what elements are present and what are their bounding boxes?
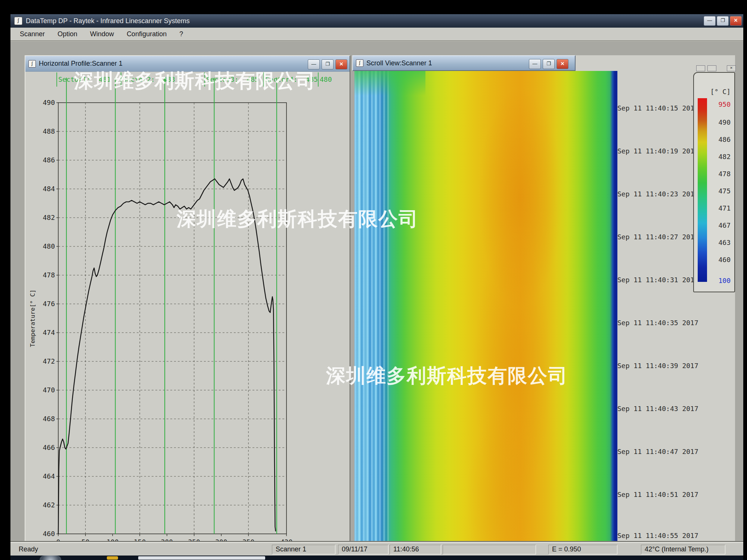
status-empty-segment <box>443 545 536 554</box>
scan-line-timestamp: Sep 11 11:40:47 2017 <box>617 448 698 455</box>
taskbar <box>10 556 743 560</box>
horizontal-profile-window: ∫ Horizontal Profile:Scanner 1 — ❐ ✕ Sec… <box>25 55 350 556</box>
svg-text:470: 470 <box>43 386 55 394</box>
restore-button[interactable]: ❐ <box>322 59 334 69</box>
main-window-controls: — ❐ ✕ <box>704 16 742 26</box>
menu-bar: ScannerOptionWindowConfiguration? <box>10 28 743 41</box>
menu-item-option[interactable]: Option <box>51 28 84 40</box>
legend-window-controls: ✕ <box>696 65 736 71</box>
scan-line-timestamp: Sep 11 11:40:51 2017 <box>617 491 698 498</box>
scan-line-timestamp: Sep 11 11:40:35 2017 <box>617 319 698 327</box>
temperature-legend: [° C] 950 490486482478475471467463460 10… <box>693 72 735 292</box>
profile-titlebar[interactable]: ∫ Horizontal Profile:Scanner 1 <box>25 56 350 72</box>
profile-chart: 4604624644664684704724744764784804824844… <box>28 77 348 555</box>
menu-item-scanner[interactable]: Scanner <box>13 28 51 40</box>
profile-window-icon: ∫ <box>28 60 36 68</box>
scan-line-timestamp: Sep 11 11:40:19 2017 <box>617 147 698 155</box>
minimize-button[interactable]: — <box>704 16 716 26</box>
legend-max-value: 950 <box>718 100 731 108</box>
legend-tick-value: 482 <box>718 153 731 161</box>
profile-window-controls: — ❐ ✕ <box>308 59 347 69</box>
scan-line-timestamp: Sep 11 11:40:15 2017 <box>617 104 698 112</box>
legend-unit: [° C] <box>710 88 731 96</box>
chart-axes <box>56 103 286 536</box>
legend-tick-value: 475 <box>718 187 731 195</box>
svg-text:488: 488 <box>43 127 55 135</box>
svg-text:490: 490 <box>43 99 55 106</box>
svg-text:Temperature[° C]: Temperature[° C] <box>29 289 36 347</box>
status-internal-temp: 42°C (Internal Temp.) <box>641 545 725 554</box>
restore-button[interactable]: ❐ <box>717 16 729 26</box>
svg-text:466: 466 <box>43 444 55 451</box>
legend-color-bar <box>698 98 707 282</box>
app-icon: ∫ <box>14 17 22 25</box>
close-button[interactable]: ✕ <box>557 59 568 69</box>
thermal-top-green <box>354 71 425 96</box>
menu-item-configuration[interactable]: Configuration <box>120 28 173 40</box>
menu-item-window[interactable]: Window <box>84 28 120 40</box>
sector-boundary-lines <box>66 78 277 534</box>
legend-tick-value: 463 <box>718 239 731 246</box>
svg-text:468: 468 <box>43 415 55 423</box>
scroll-window-icon: ∫ <box>356 59 363 67</box>
status-time: 11:40:56 <box>390 545 441 554</box>
svg-text:474: 474 <box>43 329 55 336</box>
legend-tick-value: 460 <box>718 256 731 264</box>
taskbar-folder-icon[interactable] <box>107 556 118 560</box>
svg-text:484: 484 <box>43 185 55 193</box>
thermal-scroll-image[interactable] <box>354 71 617 556</box>
svg-text:462: 462 <box>43 501 55 509</box>
scroll-window-title: Scroll View:Scanner 1 <box>366 59 432 67</box>
status-emissivity: E = 0.950 <box>548 545 617 554</box>
chart-axis-labels: 4604624644664684704724744764784804824844… <box>29 99 292 555</box>
main-titlebar: ∫ DataTemp DP - Raytek - Infrared Linesc… <box>10 14 743 28</box>
svg-text:476: 476 <box>43 300 55 308</box>
restore-button[interactable]: ❐ <box>543 59 555 69</box>
legend-tick-value: 467 <box>718 221 731 229</box>
svg-text:486: 486 <box>43 156 55 164</box>
svg-text:482: 482 <box>43 214 55 221</box>
status-scanner: Scanner 1 <box>272 545 335 554</box>
minimize-button[interactable] <box>696 65 705 71</box>
svg-text:472: 472 <box>43 357 55 365</box>
status-date: 09/11/17 <box>338 545 388 554</box>
scan-line-timestamp: Sep 11 11:40:39 2017 <box>617 362 698 370</box>
restore-button[interactable] <box>707 65 716 71</box>
close-button[interactable]: ✕ <box>730 16 742 26</box>
menu-item-help[interactable]: ? <box>173 28 189 40</box>
status-bar: Ready Scanner 1 09/11/17 11:40:56 E = 0.… <box>10 542 743 556</box>
svg-text:478: 478 <box>43 271 55 279</box>
legend-tick-value: 486 <box>718 136 731 143</box>
legend-tick-value: 478 <box>718 170 731 178</box>
app-title: DataTemp DP - Raytek - Infrared Linescan… <box>26 17 190 25</box>
scroll-window-controls: — ❐ ✕ <box>529 59 568 69</box>
scan-line-timestamp: Sep 11 11:40:43 2017 <box>617 405 698 413</box>
temperature-curve <box>58 179 276 534</box>
start-button[interactable] <box>40 556 61 560</box>
taskbar-app-button[interactable] <box>138 556 265 560</box>
scan-line-timestamp: Sep 11 11:40:27 2017 <box>617 233 698 241</box>
legend-min-value: 100 <box>718 277 731 284</box>
thermal-hot-spots <box>354 71 617 556</box>
svg-text:460: 460 <box>43 530 55 538</box>
legend-tick-value: 471 <box>718 204 731 212</box>
svg-text:480: 480 <box>43 242 55 250</box>
monitor-screen: ∫ DataTemp DP - Raytek - Infrared Linesc… <box>10 14 743 560</box>
close-icon[interactable]: ✕ <box>727 65 736 71</box>
status-ready: Ready <box>19 545 38 553</box>
scan-line-timestamp: Sep 11 11:40:23 2017 <box>617 190 698 198</box>
svg-text:464: 464 <box>43 472 55 480</box>
close-button[interactable]: ✕ <box>335 59 347 69</box>
chart-gridlines <box>58 103 286 534</box>
minimize-button[interactable]: — <box>529 59 541 69</box>
scan-line-timestamp: Sep 11 11:40:55 2017 <box>617 532 698 539</box>
scan-line-timestamp: Sep 11 11:40:31 2017 <box>617 276 698 284</box>
profile-window-title: Horizontal Profile:Scanner 1 <box>39 60 123 68</box>
scroll-view-titlebar[interactable]: ∫ Scroll View:Scanner 1 — ❐ ✕ <box>352 55 576 71</box>
legend-tick-value: 490 <box>718 118 731 126</box>
minimize-button[interactable]: — <box>308 59 320 69</box>
